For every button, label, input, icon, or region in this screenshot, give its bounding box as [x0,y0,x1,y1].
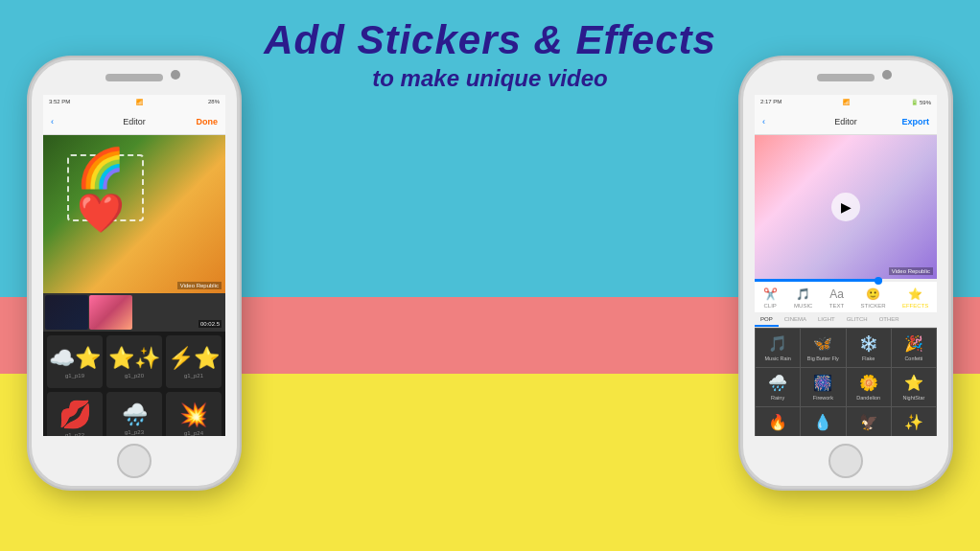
right-play-button[interactable]: ▶ [831,193,860,221]
effect-rainy-icon: 🌧️ [768,374,787,392]
sticker-emoji-3: ⚡⭐ [168,346,220,371]
sticker-label-1: g1_p19 [65,373,84,379]
left-done-button[interactable]: Done [197,117,219,126]
right-video-area: ▶ Video Republic [755,135,937,279]
phone-left-shell: 3:52 PM 📶 28% ‹ Editor Done 🌈❤️ Video Re… [29,57,240,489]
tab-glitch[interactable]: GLITCH [841,313,874,327]
tab-light[interactable]: LIGHT [812,313,841,327]
tab-cinema[interactable]: CINEMA [779,313,812,327]
left-heart-sticker: 🌈❤️ [77,164,134,217]
left-watermark: Video Republic [177,282,222,289]
right-battery: 🔋 59% [911,99,931,105]
phone-left-camera [171,70,180,80]
list-item[interactable]: 🌧️ g1_p23 [106,392,162,436]
right-screen-content: ▶ Video Republic ✂️ CLIP 🎵 MUSIC [755,135,937,436]
right-watermark: Video Republic [889,267,933,275]
sticker-icon: 🙂 [866,287,880,301]
tool-sticker[interactable]: 🙂 STICKER [861,287,886,309]
effects-label: EFFECTS [902,303,928,309]
right-progress-dot [875,277,882,285]
text-icon: Aa [829,287,844,301]
left-editor-title: Editor [123,117,146,126]
phone-right-camera [882,70,892,80]
right-progress-bar[interactable] [755,279,937,282]
tab-other[interactable]: OTHER [874,313,905,327]
left-time: 3:52 PM [49,99,70,104]
music-label: MUSIC [794,303,812,309]
left-wifi: 📶 [136,99,143,105]
left-screen-header: ‹ Editor Done [43,108,225,135]
left-sticker-grid: ☁️⭐ g1_p19 ⭐✨ g1_p20 ⚡⭐ g1_p21 💋 g1_p22 [43,332,225,436]
effect-nightstar-label: NightStar [902,395,924,401]
effect-confetti-label: Confetti [904,356,922,361]
effect-music-rain-icon: 🎵 [768,334,787,353]
sticker-emoji-5: 🌧️ [122,402,148,427]
phone-right: 2:17 PM 📶 🔋 59% ‹ Editor Export ▶ Video … [740,57,951,489]
effect-flake-icon: ❄️ [859,334,878,353]
list-item[interactable]: 🎵 Music Rain [756,329,800,367]
list-item[interactable]: ✨ [892,407,936,436]
list-item[interactable]: ⭐ NightStar [892,368,936,406]
sticker-label-6: g1_p24 [184,430,203,436]
sticker-label-5: g1_p23 [125,429,144,435]
list-item[interactable]: 💋 g1_p22 [47,392,103,436]
effect-water-icon: 💧 [813,413,832,431]
tool-text[interactable]: Aa TEXT [829,287,844,309]
right-time: 2:17 PM [760,99,782,104]
effect-flake-label: Flake [862,356,875,361]
left-duration: 00:02.5 [198,320,222,328]
list-item[interactable]: ⚡⭐ g1_p21 [166,335,222,388]
tab-pop[interactable]: POP [755,313,779,327]
left-video-area: 🌈❤️ Video Republic [43,135,225,293]
tool-clip[interactable]: ✂️ CLIP [763,287,778,309]
list-item[interactable]: 🌧️ Rainy [756,368,800,406]
sticker-emoji-2: ⭐✨ [108,346,160,371]
right-editor-title: Editor [834,117,857,126]
tool-effects[interactable]: ⭐ EFFECTS [902,287,928,309]
left-status-bar: 3:52 PM 📶 28% [43,95,225,108]
list-item[interactable]: ⭐✨ g1_p20 [106,335,162,388]
sticker-emoji-6: 💥 [179,402,208,428]
right-effects-tabs: POP CINEMA LIGHT GLITCH OTHER [755,313,937,328]
effect-dandelion-label: Dandelion [856,395,880,401]
list-item[interactable]: ❄️ Flake [847,329,891,367]
phone-right-screen: 2:17 PM 📶 🔋 59% ‹ Editor Export ▶ Video … [755,95,937,436]
effects-icon: ⭐ [908,287,922,301]
phone-left-speaker [105,74,163,81]
effect-firework-icon: 🎆 [813,374,832,392]
list-item[interactable]: 🎉 Confetti [892,329,936,367]
clip-icon: ✂️ [763,287,778,301]
list-item[interactable]: 🌼 Dandelion [847,368,891,406]
sticker-label-3: g1_p21 [184,373,203,379]
right-back-button[interactable]: ‹ [762,117,765,126]
right-tool-bar: ✂️ CLIP 🎵 MUSIC Aa TEXT 🙂 STICKER [755,282,937,313]
clip-label: CLIP [764,303,777,309]
sticker-label-tool: STICKER [861,303,886,309]
list-item[interactable]: 💧 [801,407,845,436]
phone-left: 3:52 PM 📶 28% ‹ Editor Done 🌈❤️ Video Re… [29,57,240,489]
effect-dandelion-icon: 🌼 [859,374,878,392]
list-item[interactable]: 🔥 [756,407,800,436]
phone-right-home[interactable] [828,444,863,478]
left-back-button[interactable]: ‹ [51,117,54,126]
right-effects-grid: 🎵 Music Rain 🦋 Big Butter Fly ❄️ Flake 🎉… [755,328,937,436]
effect-eagle-icon: 🦅 [859,413,878,431]
phone-left-home[interactable] [117,444,152,478]
phone-left-screen: 3:52 PM 📶 28% ‹ Editor Done 🌈❤️ Video Re… [43,95,225,436]
music-icon: 🎵 [796,287,810,301]
list-item[interactable]: 🎆 Firework [801,368,845,406]
list-item[interactable]: 🦋 Big Butter Fly [801,329,845,367]
list-item[interactable]: 💥 g1_p24 [166,392,222,436]
right-wifi: 📶 [843,99,850,105]
effect-nightstar-icon: ⭐ [904,374,923,392]
effect-confetti-icon: 🎉 [904,334,923,353]
left-thumb-1 [45,295,88,330]
tool-music[interactable]: 🎵 MUSIC [794,287,812,309]
right-export-button[interactable]: Export [901,117,929,126]
list-item[interactable]: ☁️⭐ g1_p19 [47,335,103,388]
sticker-label-4: g1_p22 [65,432,84,436]
list-item[interactable]: 🦅 [847,407,891,436]
main-title: Add Stickers & Effects [0,17,980,63]
effect-music-rain-label: Music Rain [765,356,791,361]
left-thumbnail-strip: 00:02.5 [43,293,225,332]
